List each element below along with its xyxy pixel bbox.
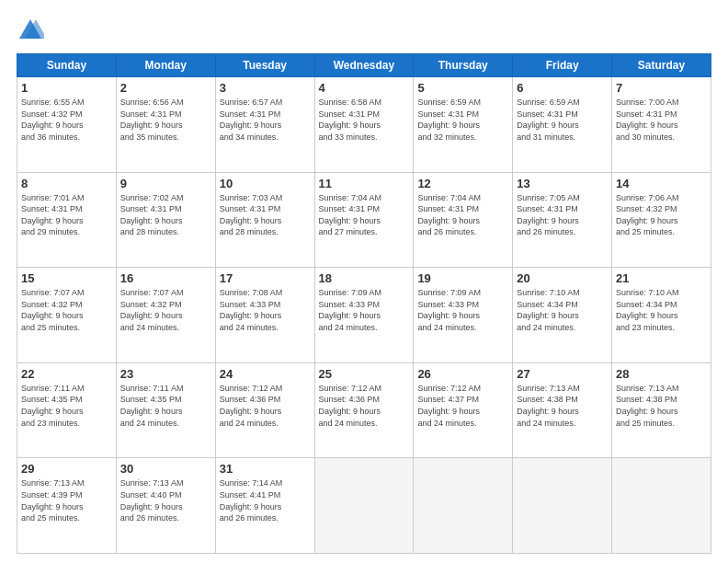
day-number: 17 bbox=[220, 271, 311, 285]
day-number: 22 bbox=[21, 367, 112, 381]
day-info: Sunrise: 7:13 AMSunset: 4:39 PMDaylight:… bbox=[21, 477, 112, 523]
calendar-cell: 27Sunrise: 7:13 AMSunset: 4:38 PMDayligh… bbox=[513, 362, 612, 458]
calendar-week-2: 8Sunrise: 7:01 AMSunset: 4:31 PMDaylight… bbox=[17, 172, 711, 268]
day-number: 27 bbox=[517, 367, 608, 381]
calendar-week-1: 1Sunrise: 6:55 AMSunset: 4:32 PMDaylight… bbox=[17, 77, 711, 173]
day-number: 16 bbox=[120, 271, 211, 285]
day-number: 29 bbox=[21, 462, 112, 476]
weekday-header-wednesday: Wednesday bbox=[314, 54, 414, 77]
day-info: Sunrise: 7:09 AMSunset: 4:33 PMDaylight:… bbox=[417, 287, 508, 333]
day-info: Sunrise: 7:02 AMSunset: 4:31 PMDaylight:… bbox=[120, 192, 211, 238]
day-info: Sunrise: 7:14 AMSunset: 4:41 PMDaylight:… bbox=[220, 477, 311, 523]
day-info: Sunrise: 7:12 AMSunset: 4:36 PMDaylight:… bbox=[220, 383, 311, 429]
page: SundayMondayTuesdayWednesdayThursdayFrid… bbox=[0, 0, 728, 563]
calendar-cell: 19Sunrise: 7:09 AMSunset: 4:33 PMDayligh… bbox=[414, 268, 513, 363]
day-info: Sunrise: 7:08 AMSunset: 4:33 PMDaylight:… bbox=[220, 287, 311, 333]
day-number: 20 bbox=[517, 271, 608, 285]
day-number: 31 bbox=[220, 462, 311, 476]
weekday-header-tuesday: Tuesday bbox=[215, 54, 314, 77]
day-info: Sunrise: 6:56 AMSunset: 4:31 PMDaylight:… bbox=[120, 97, 211, 143]
day-info: Sunrise: 7:12 AMSunset: 4:37 PMDaylight:… bbox=[417, 383, 508, 429]
calendar-cell: 14Sunrise: 7:06 AMSunset: 4:32 PMDayligh… bbox=[612, 172, 711, 268]
day-info: Sunrise: 7:09 AMSunset: 4:33 PMDaylight:… bbox=[319, 287, 410, 333]
day-info: Sunrise: 7:10 AMSunset: 4:34 PMDaylight:… bbox=[616, 287, 707, 333]
calendar-cell: 24Sunrise: 7:12 AMSunset: 4:36 PMDayligh… bbox=[215, 362, 314, 458]
calendar-cell: 17Sunrise: 7:08 AMSunset: 4:33 PMDayligh… bbox=[215, 268, 314, 363]
day-info: Sunrise: 7:01 AMSunset: 4:31 PMDaylight:… bbox=[21, 192, 112, 238]
weekday-header-friday: Friday bbox=[513, 54, 612, 77]
weekday-header-monday: Monday bbox=[116, 54, 215, 77]
calendar-week-3: 15Sunrise: 7:07 AMSunset: 4:32 PMDayligh… bbox=[17, 268, 711, 363]
header bbox=[17, 17, 711, 44]
logo bbox=[17, 17, 50, 44]
day-number: 25 bbox=[319, 367, 410, 381]
day-number: 18 bbox=[319, 271, 410, 285]
day-number: 4 bbox=[319, 81, 410, 95]
day-info: Sunrise: 6:59 AMSunset: 4:31 PMDaylight:… bbox=[417, 97, 508, 143]
day-info: Sunrise: 7:00 AMSunset: 4:31 PMDaylight:… bbox=[616, 97, 707, 143]
calendar-cell: 23Sunrise: 7:11 AMSunset: 4:35 PMDayligh… bbox=[116, 362, 215, 458]
day-number: 19 bbox=[417, 271, 508, 285]
day-info: Sunrise: 6:57 AMSunset: 4:31 PMDaylight:… bbox=[220, 97, 311, 143]
day-info: Sunrise: 7:11 AMSunset: 4:35 PMDaylight:… bbox=[120, 383, 211, 429]
day-number: 23 bbox=[120, 367, 211, 381]
calendar-cell: 12Sunrise: 7:04 AMSunset: 4:31 PMDayligh… bbox=[414, 172, 513, 268]
calendar-cell bbox=[314, 458, 414, 554]
day-number: 24 bbox=[220, 367, 311, 381]
day-number: 6 bbox=[517, 81, 608, 95]
day-number: 11 bbox=[319, 177, 410, 190]
weekday-header-sunday: Sunday bbox=[17, 54, 117, 77]
calendar-cell: 25Sunrise: 7:12 AMSunset: 4:36 PMDayligh… bbox=[314, 362, 414, 458]
calendar-body: 1Sunrise: 6:55 AMSunset: 4:32 PMDaylight… bbox=[17, 77, 711, 554]
weekday-header-thursday: Thursday bbox=[414, 54, 513, 77]
calendar-cell: 22Sunrise: 7:11 AMSunset: 4:35 PMDayligh… bbox=[17, 362, 117, 458]
calendar-cell bbox=[612, 458, 711, 554]
day-info: Sunrise: 7:04 AMSunset: 4:31 PMDaylight:… bbox=[319, 192, 410, 238]
calendar-cell: 6Sunrise: 6:59 AMSunset: 4:31 PMDaylight… bbox=[513, 77, 612, 173]
calendar-cell: 30Sunrise: 7:13 AMSunset: 4:40 PMDayligh… bbox=[116, 458, 215, 554]
weekday-header-row: SundayMondayTuesdayWednesdayThursdayFrid… bbox=[17, 54, 711, 77]
day-number: 3 bbox=[220, 81, 311, 95]
day-number: 10 bbox=[220, 177, 311, 190]
day-info: Sunrise: 6:58 AMSunset: 4:31 PMDaylight:… bbox=[319, 97, 410, 143]
day-number: 12 bbox=[417, 177, 508, 190]
day-info: Sunrise: 7:11 AMSunset: 4:35 PMDaylight:… bbox=[21, 383, 112, 429]
calendar-table: SundayMondayTuesdayWednesdayThursdayFrid… bbox=[17, 53, 711, 554]
day-info: Sunrise: 7:05 AMSunset: 4:31 PMDaylight:… bbox=[517, 192, 608, 238]
calendar-cell: 4Sunrise: 6:58 AMSunset: 4:31 PMDaylight… bbox=[314, 77, 414, 173]
calendar-cell: 9Sunrise: 7:02 AMSunset: 4:31 PMDaylight… bbox=[116, 172, 215, 268]
calendar-cell: 11Sunrise: 7:04 AMSunset: 4:31 PMDayligh… bbox=[314, 172, 414, 268]
calendar-cell: 29Sunrise: 7:13 AMSunset: 4:39 PMDayligh… bbox=[17, 458, 117, 554]
day-info: Sunrise: 7:07 AMSunset: 4:32 PMDaylight:… bbox=[21, 287, 112, 333]
day-number: 28 bbox=[616, 367, 707, 381]
calendar-cell: 13Sunrise: 7:05 AMSunset: 4:31 PMDayligh… bbox=[513, 172, 612, 268]
day-number: 26 bbox=[417, 367, 508, 381]
day-info: Sunrise: 7:13 AMSunset: 4:38 PMDaylight:… bbox=[616, 383, 707, 429]
calendar-cell bbox=[414, 458, 513, 554]
day-number: 9 bbox=[120, 177, 211, 190]
calendar-cell: 21Sunrise: 7:10 AMSunset: 4:34 PMDayligh… bbox=[612, 268, 711, 363]
day-number: 2 bbox=[120, 81, 211, 95]
day-info: Sunrise: 7:07 AMSunset: 4:32 PMDaylight:… bbox=[120, 287, 211, 333]
calendar-cell bbox=[513, 458, 612, 554]
day-info: Sunrise: 7:13 AMSunset: 4:40 PMDaylight:… bbox=[120, 477, 211, 523]
calendar-cell: 15Sunrise: 7:07 AMSunset: 4:32 PMDayligh… bbox=[17, 268, 117, 363]
day-info: Sunrise: 7:10 AMSunset: 4:34 PMDaylight:… bbox=[517, 287, 608, 333]
calendar-cell: 5Sunrise: 6:59 AMSunset: 4:31 PMDaylight… bbox=[414, 77, 513, 173]
calendar-cell: 26Sunrise: 7:12 AMSunset: 4:37 PMDayligh… bbox=[414, 362, 513, 458]
day-number: 14 bbox=[616, 177, 707, 190]
calendar-cell: 18Sunrise: 7:09 AMSunset: 4:33 PMDayligh… bbox=[314, 268, 414, 363]
day-number: 30 bbox=[120, 462, 211, 476]
day-number: 15 bbox=[21, 271, 112, 285]
calendar-cell: 10Sunrise: 7:03 AMSunset: 4:31 PMDayligh… bbox=[215, 172, 314, 268]
day-number: 5 bbox=[417, 81, 508, 95]
calendar-cell: 28Sunrise: 7:13 AMSunset: 4:38 PMDayligh… bbox=[612, 362, 711, 458]
calendar-cell: 20Sunrise: 7:10 AMSunset: 4:34 PMDayligh… bbox=[513, 268, 612, 363]
day-info: Sunrise: 7:12 AMSunset: 4:36 PMDaylight:… bbox=[319, 383, 410, 429]
day-info: Sunrise: 7:06 AMSunset: 4:32 PMDaylight:… bbox=[616, 192, 707, 238]
calendar-cell: 7Sunrise: 7:00 AMSunset: 4:31 PMDaylight… bbox=[612, 77, 711, 173]
logo-icon bbox=[17, 17, 44, 44]
day-number: 7 bbox=[616, 81, 707, 95]
day-number: 8 bbox=[21, 177, 112, 190]
weekday-header-saturday: Saturday bbox=[612, 54, 711, 77]
